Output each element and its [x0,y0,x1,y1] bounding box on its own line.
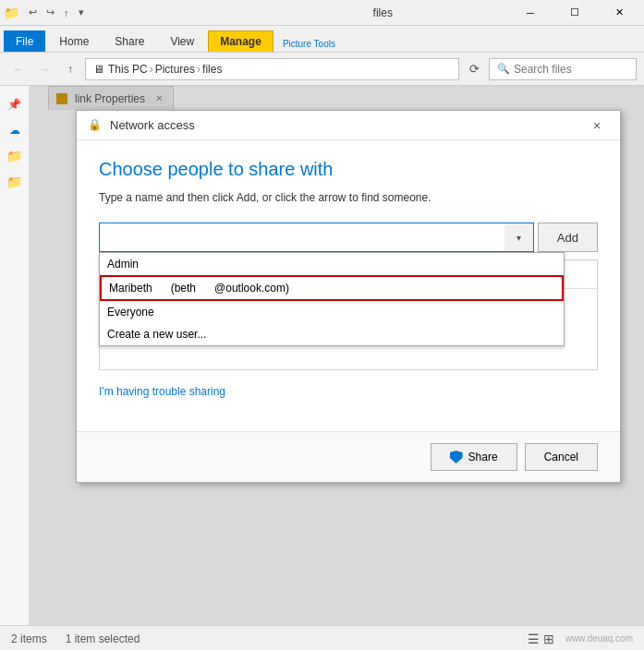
maximize-button[interactable]: ☐ [553,0,596,26]
dropdown-admin-name: Admin [107,258,139,271]
forward-button[interactable]: → [33,58,55,80]
dropdown-new-user-name: Create a new user... [107,328,206,341]
share-button-label: Share [468,451,498,463]
dialog-titlebar-title: Network access [110,118,585,132]
title-bar-icons: 📁 ↩ ↪ ↑ ▾ [4,5,257,20]
sidebar-onedrive[interactable]: ☁ [4,119,26,141]
dropdown-maribeth-email1: (beth [171,282,196,295]
picture-tools-label: Picture Tools [279,39,339,51]
minimize-button[interactable]: ─ [509,0,552,26]
status-bar-right: ☰ ⊞ www.deuaq.com [528,632,633,646]
tab-share[interactable]: Share [103,30,156,52]
dropdown-item-new-user[interactable]: Create a new user... [100,323,564,345]
trouble-link[interactable]: I'm having trouble sharing [99,385,225,398]
qa-back-btn[interactable]: ↩ [25,5,41,20]
dialog-description: Type a name and then click Add, or click… [99,191,598,204]
items-count: 2 items [11,632,47,645]
dialog-titlebar: 🔒 Network access × [77,111,620,140]
ribbon-tabs: File Home Share View Manage [0,26,279,52]
selection-status: 1 item selected [66,632,140,645]
qa-forward-btn[interactable]: ↪ [43,5,58,20]
sidebar-item2[interactable]: 📁 [4,171,26,193]
window-title: files [257,6,510,19]
path-icon: 🖥 [93,63,104,76]
back-button[interactable]: ← [7,58,30,80]
add-button[interactable]: Add [538,223,598,252]
qa-up-btn[interactable]: ↑ [60,6,73,20]
path-thispc: This PC [108,63,148,76]
path-files: files [202,63,222,76]
sidebar-pin[interactable]: 📌 [4,93,26,115]
sidebar: 📌 ☁ 📁 📁 [0,86,30,625]
dropdown-maribeth-email2: @outlook.com) [214,282,289,295]
qa-dropdown-btn[interactable]: ▾ [75,5,88,20]
app-icon: 📁 [4,6,19,20]
dialog-close-button[interactable]: × [585,114,609,138]
view-details-btn[interactable]: ☰ [528,632,540,646]
close-button[interactable]: ✕ [598,0,640,26]
dialog-main-heading: Choose people to share with [99,159,598,180]
tab-home[interactable]: Home [47,30,101,52]
ribbon: File Home Share View Manage Picture Tool… [0,26,644,53]
up-button[interactable]: ↑ [59,58,81,80]
title-bar: 📁 ↩ ↪ ↑ ▾ files ─ ☐ ✕ [0,0,644,26]
window-controls: ─ ☐ ✕ [509,0,640,26]
dialog-titlebar-icon: 🔒 [88,118,103,133]
cancel-button[interactable]: Cancel [525,443,598,471]
search-box: 🔍 [489,58,637,80]
file-area: link Properties ✕ 🔒 Network acce [30,86,644,625]
shield-icon [450,451,463,463]
share-button[interactable]: Share [431,443,517,471]
status-bar: 2 items 1 item selected ☰ ⊞ www.deuaq.co… [0,625,644,650]
dropdown-item-admin[interactable]: Admin [100,253,564,275]
tab-manage[interactable]: Manage [208,30,273,52]
deuaq-watermark: www.deuaq.com [565,633,633,644]
dropdown-item-everyone[interactable]: Everyone [100,301,564,323]
address-bar: ← → ↑ 🖥 This PC › Pictures › files ⟳ 🔍 [0,53,644,86]
share-dropdown-list: Admin Maribeth (beth @outlook.com) Every… [99,252,565,346]
dropdown-item-maribeth[interactable]: Maribeth (beth @outlook.com) [100,275,564,301]
share-name-input[interactable] [99,223,504,252]
share-input-row: ▾ Add Admin Maribeth (beth @outlook.com) [99,223,598,252]
dropdown-maribeth-name: Maribeth [109,282,152,295]
dialog-body: Choose people to share with Type a name … [77,140,620,431]
tab-view[interactable]: View [158,30,206,52]
network-access-dialog: 🔒 Network access × Choose people to shar… [76,110,621,483]
main-area: 📌 ☁ 📁 📁 link Properties ✕ [0,86,644,625]
search-input[interactable] [514,63,644,76]
refresh-button[interactable]: ⟳ [463,58,485,80]
sidebar-item1[interactable]: 📁 [4,145,26,167]
dropdown-everyone-name: Everyone [107,306,154,319]
dialog-footer: Share Cancel [77,431,620,482]
share-dropdown-btn[interactable]: ▾ [504,223,534,252]
quick-access-toolbar: 📁 ↩ ↪ ↑ ▾ [4,5,88,20]
dialog-overlay: 🔒 Network access × Choose people to shar… [30,86,644,625]
tab-file[interactable]: File [4,30,45,52]
address-path[interactable]: 🖥 This PC › Pictures › files [85,58,459,80]
view-tiles-btn[interactable]: ⊞ [543,632,554,646]
path-pictures: Pictures [155,63,195,76]
search-icon: 🔍 [497,63,510,75]
